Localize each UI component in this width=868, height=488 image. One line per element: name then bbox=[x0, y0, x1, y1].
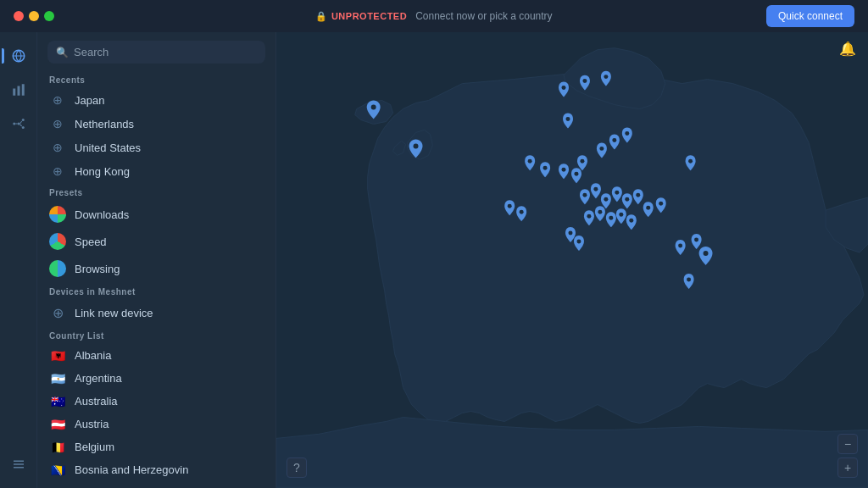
close-button[interactable] bbox=[14, 11, 24, 21]
svg-point-35 bbox=[587, 214, 591, 219]
svg-point-29 bbox=[582, 193, 587, 197]
zoom-in-button[interactable]: + bbox=[837, 458, 858, 478]
svg-point-41 bbox=[659, 202, 663, 206]
titlebar-center: 🔒 UNPROTECTED Connect now or pick a coun… bbox=[315, 10, 552, 22]
name-austria: Austria bbox=[75, 418, 108, 430]
sidebar-bottom bbox=[3, 449, 34, 480]
svg-point-30 bbox=[593, 187, 598, 191]
menu-icon bbox=[11, 457, 26, 472]
svg-point-24 bbox=[574, 172, 578, 176]
svg-point-19 bbox=[604, 75, 608, 79]
preset-browsing[interactable]: Browsing bbox=[37, 255, 275, 282]
country-belgium[interactable]: 🇧🇪 Belgium bbox=[37, 435, 275, 458]
name-australia: Australia bbox=[75, 395, 118, 408]
meshnet-label: Devices in Meshnet bbox=[37, 282, 275, 300]
preset-downloads[interactable]: Downloads bbox=[37, 201, 275, 228]
svg-point-25 bbox=[580, 159, 584, 164]
svg-point-39 bbox=[629, 219, 633, 223]
flag-australia: 🇦🇺 bbox=[49, 396, 66, 408]
sidebar-icons bbox=[0, 32, 37, 488]
recent-us[interactable]: ⊕ United States bbox=[37, 136, 275, 159]
flag-belgium: 🇧🇪 bbox=[49, 441, 66, 453]
add-device-icon: ⊕ bbox=[49, 305, 66, 321]
titlebar-right: Quick connect bbox=[766, 5, 854, 27]
presets-label: Presets bbox=[37, 183, 275, 201]
search-input[interactable] bbox=[74, 46, 257, 58]
country-albania[interactable]: 🇦🇱 Albania bbox=[37, 344, 275, 367]
recent-japan[interactable]: ⊕ Japan bbox=[37, 88, 275, 112]
status-text: Connect now or pick a country bbox=[415, 10, 552, 22]
link-device-item[interactable]: ⊕ Link new device bbox=[37, 300, 275, 326]
svg-point-21 bbox=[528, 159, 532, 164]
svg-point-49 bbox=[569, 231, 573, 236]
svg-point-4 bbox=[13, 123, 15, 125]
recent-icon-japan: ⊕ bbox=[49, 93, 66, 107]
map-help-area: ? bbox=[287, 458, 307, 478]
unprotected-badge: 🔒 UNPROTECTED bbox=[315, 11, 407, 22]
stats-icon bbox=[11, 82, 26, 97]
svg-point-18 bbox=[582, 79, 587, 83]
name-bih: Bosnia and Herzegovin bbox=[75, 463, 188, 476]
country-brazil[interactable]: 🇧🇷 Brazil bbox=[37, 481, 275, 488]
svg-point-22 bbox=[543, 166, 548, 170]
svg-line-9 bbox=[19, 121, 21, 124]
recent-icon-nl: ⊕ bbox=[49, 117, 66, 130]
country-bih[interactable]: 🇧🇦 Bosnia and Herzegovin bbox=[37, 458, 275, 481]
recents-label: Recents bbox=[37, 70, 275, 88]
svg-point-42 bbox=[688, 159, 693, 164]
svg-point-7 bbox=[17, 123, 19, 125]
svg-point-46 bbox=[687, 277, 691, 281]
preset-name-browsing: Browsing bbox=[75, 263, 120, 275]
country-australia[interactable]: 🇦🇺 Australia bbox=[37, 390, 275, 413]
preset-name-downloads: Downloads bbox=[75, 208, 129, 221]
window-controls bbox=[14, 11, 54, 21]
meshnet-icon bbox=[11, 116, 26, 131]
country-panel: 🔍 Recents ⊕ Japan ⊕ Netherlands ⊕ United… bbox=[37, 32, 276, 488]
speed-preset-icon bbox=[49, 233, 66, 250]
name-argentina: Argentina bbox=[75, 372, 122, 385]
flag-bih: 🇧🇦 bbox=[49, 464, 66, 476]
map-area: 🔔 bbox=[276, 32, 868, 488]
svg-point-26 bbox=[599, 147, 604, 151]
titlebar: 🔒 UNPROTECTED Connect now or pick a coun… bbox=[0, 0, 868, 32]
svg-point-6 bbox=[21, 126, 24, 129]
country-argentina[interactable]: 🇦🇷 Argentina bbox=[37, 367, 275, 390]
help-button[interactable]: ? bbox=[287, 458, 307, 478]
country-austria[interactable]: 🇦🇹 Austria bbox=[37, 413, 275, 435]
minimize-button[interactable] bbox=[29, 11, 39, 21]
recent-netherlands[interactable]: ⊕ Netherlands bbox=[37, 112, 275, 136]
link-device-label: Link new device bbox=[75, 307, 153, 319]
flag-argentina: 🇦🇷 bbox=[49, 373, 66, 385]
svg-point-44 bbox=[694, 238, 698, 242]
sidebar-item-stats[interactable] bbox=[3, 75, 34, 105]
svg-point-36 bbox=[598, 210, 602, 214]
sidebar-item-vpn[interactable] bbox=[3, 41, 34, 71]
browsing-preset-icon bbox=[49, 260, 66, 277]
svg-point-16 bbox=[414, 143, 419, 148]
svg-point-43 bbox=[678, 244, 682, 248]
svg-rect-1 bbox=[13, 89, 15, 96]
recent-hk[interactable]: ⊕ Hong Kong bbox=[37, 159, 275, 183]
svg-point-20 bbox=[566, 117, 570, 121]
quick-connect-button[interactable]: Quick connect bbox=[766, 5, 854, 27]
svg-point-5 bbox=[21, 119, 24, 121]
sidebar-item-meshnet[interactable] bbox=[3, 108, 34, 139]
sidebar-item-menu[interactable] bbox=[3, 449, 34, 480]
vpn-icon bbox=[11, 48, 26, 64]
notification-bell[interactable]: 🔔 bbox=[836, 37, 860, 60]
svg-point-27 bbox=[612, 138, 616, 142]
svg-point-31 bbox=[604, 197, 608, 202]
preset-name-speed: Speed bbox=[75, 236, 107, 248]
recent-icon-hk: ⊕ bbox=[49, 164, 66, 178]
main-content: 🔍 Recents ⊕ Japan ⊕ Netherlands ⊕ United… bbox=[0, 32, 868, 488]
zoom-out-button[interactable]: − bbox=[837, 434, 858, 454]
svg-point-17 bbox=[562, 86, 566, 90]
svg-point-38 bbox=[619, 213, 623, 217]
maximize-button[interactable] bbox=[44, 11, 54, 21]
svg-line-10 bbox=[19, 125, 21, 126]
svg-point-33 bbox=[625, 197, 629, 202]
svg-point-32 bbox=[615, 191, 619, 195]
preset-speed[interactable]: Speed bbox=[37, 228, 275, 255]
svg-point-15 bbox=[371, 105, 376, 110]
map-svg bbox=[276, 32, 868, 488]
